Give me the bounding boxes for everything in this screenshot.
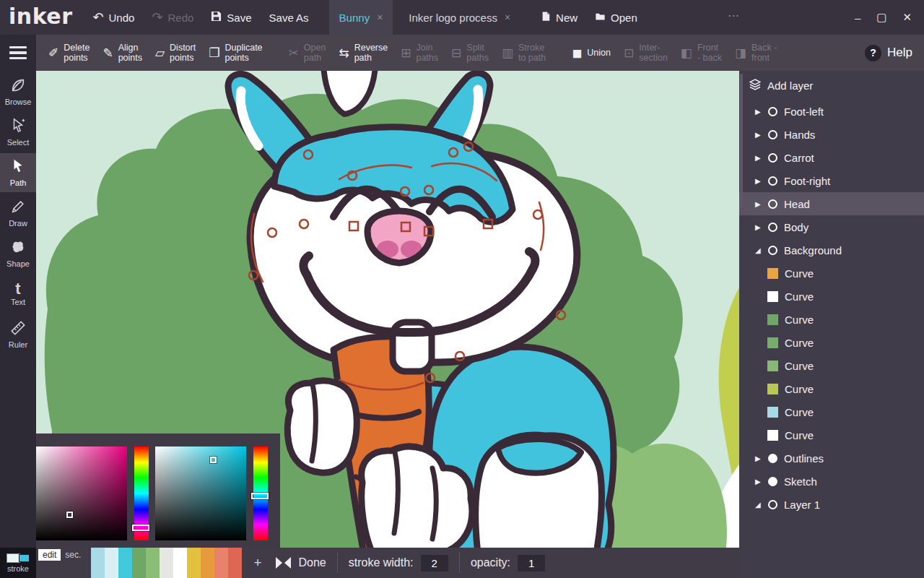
close-button[interactable]: ✕ — [894, 11, 920, 24]
tool-text[interactable]: t Text — [0, 275, 36, 314]
expand-icon[interactable]: ▶ — [755, 108, 766, 116]
expand-icon[interactable]: ▶ — [755, 177, 766, 185]
intersection-button[interactable]: ⊡ Inter-section — [617, 35, 674, 71]
help-label: Help — [887, 46, 912, 60]
layer-row-sketch[interactable]: ▶ Sketch — [739, 470, 924, 493]
join-paths-button[interactable]: ⊞ Joinpaths — [394, 35, 445, 71]
tool-path[interactable]: Path — [0, 153, 36, 192]
palette-swatch[interactable] — [146, 548, 160, 578]
back-front-button[interactable]: ◨ Back -front — [728, 35, 784, 71]
help-button[interactable]: ? Help — [865, 45, 912, 61]
tab-bunny[interactable]: Bunny × — [329, 0, 393, 35]
tab-edit-color[interactable]: edit — [38, 549, 61, 561]
front-back-icon: ◧ — [681, 47, 692, 59]
align-points-button[interactable]: ✎ Alignpoints — [96, 35, 149, 71]
layer-row-curve[interactable]: Curve — [739, 377, 924, 400]
edit-hue-slider[interactable] — [134, 447, 149, 540]
collapse-icon[interactable]: ◢ — [755, 246, 766, 254]
expand-icon[interactable]: ▶ — [755, 454, 766, 462]
layer-row-carrot[interactable]: ▶ Carrot — [739, 146, 924, 169]
palette-swatch[interactable] — [228, 548, 242, 578]
secondary-hue-marker[interactable] — [251, 493, 269, 499]
pencil-icon — [10, 199, 26, 217]
edit-color-marker[interactable] — [66, 512, 73, 518]
layer-row-curve[interactable]: Curve — [739, 400, 924, 423]
new-button[interactable]: New — [532, 0, 586, 35]
tab-bunny-close-icon[interactable]: × — [377, 12, 383, 23]
expand-icon[interactable]: ▶ — [755, 154, 766, 162]
expand-icon[interactable]: ▶ — [755, 223, 766, 231]
group-circle-icon — [768, 199, 777, 209]
secondary-hue-slider[interactable] — [253, 447, 268, 540]
palette-swatch[interactable] — [214, 548, 228, 578]
layers-scrollbar[interactable] — [740, 74, 743, 208]
layer-row-background[interactable]: ◢ Background — [739, 238, 924, 262]
tab-inker-logo-process-close-icon[interactable]: × — [505, 12, 510, 23]
layer-row-curve[interactable]: Curve — [739, 285, 924, 308]
palette-swatch[interactable] — [173, 548, 187, 578]
layer-row-curve[interactable]: Curve — [739, 308, 924, 331]
expand-icon[interactable]: ▶ — [755, 200, 766, 208]
add-swatch-button[interactable]: + — [249, 555, 266, 571]
front-back-button[interactable]: ◧ Front- back — [674, 35, 728, 71]
tab-secondary-color[interactable]: sec. — [61, 549, 85, 561]
reverse-path-button[interactable]: ⇆ Reversepath — [332, 35, 394, 71]
overflow-menu[interactable]: ⋯ — [728, 9, 739, 22]
stroke-width-value[interactable]: 2 — [421, 555, 448, 571]
tool-select[interactable]: Select — [0, 113, 36, 152]
done-button[interactable]: Done — [276, 556, 326, 569]
palette-swatch[interactable] — [187, 548, 201, 578]
layer-row-head[interactable]: ▶ Head — [739, 192, 924, 215]
layer-row-body[interactable]: ▶ Body — [739, 215, 924, 238]
palette-swatch[interactable] — [105, 548, 118, 578]
tab-inker-logo-process[interactable]: Inker logo process × — [398, 0, 520, 35]
minimize-button[interactable]: – — [847, 12, 868, 24]
layer-row-foot-left[interactable]: ▶ Foot-left — [739, 100, 924, 123]
duplicate-points-button[interactable]: ❐ Duplicatepoints — [202, 35, 269, 71]
distort-points-button[interactable]: ▱ Distortpoints — [149, 35, 202, 71]
collapse-icon[interactable]: ◢ — [755, 501, 766, 509]
tool-browse[interactable]: Browse — [0, 72, 36, 111]
layer-row-curve[interactable]: Curve — [739, 262, 924, 285]
palette-swatch[interactable] — [91, 548, 105, 578]
hamburger-menu-button[interactable] — [0, 35, 36, 71]
split-paths-button[interactable]: ⊟ Splitpaths — [445, 35, 495, 71]
layer-row-foot-right[interactable]: ▶ Foot-right — [739, 169, 924, 192]
undo-button[interactable]: ↶ Undo — [84, 0, 143, 35]
save-button[interactable]: Save — [202, 0, 260, 35]
layer-row-curve[interactable]: Curve — [739, 331, 924, 354]
tool-draw[interactable]: Draw — [0, 194, 36, 233]
maximize-button[interactable]: ▢ — [868, 11, 894, 24]
layer-row-curve[interactable]: Curve — [739, 354, 924, 377]
opacity-value[interactable]: 1 — [518, 555, 545, 571]
layer-row-curve[interactable]: Curve — [739, 423, 924, 447]
edit-color-field[interactable] — [36, 447, 127, 540]
delete-points-button[interactable]: ✐ Deletepoints — [42, 35, 96, 71]
palette-swatch[interactable] — [160, 548, 173, 578]
layer-row-hands[interactable]: ▶ Hands — [739, 123, 924, 146]
open-path-button[interactable]: ✂ Openpath — [282, 35, 333, 71]
secondary-color-marker[interactable] — [210, 457, 217, 463]
tool-ruler[interactable]: Ruler — [0, 315, 36, 354]
palette-swatch[interactable] — [201, 548, 214, 578]
leaf-icon — [10, 77, 26, 96]
layer-row-outlines[interactable]: ▶ Outlines — [739, 447, 924, 470]
expand-icon[interactable]: ▶ — [755, 478, 766, 486]
tool-shape[interactable]: Shape — [0, 234, 36, 273]
fill-stroke-indicator[interactable] — [6, 553, 30, 563]
add-layer-button[interactable]: Add layer — [739, 71, 924, 100]
help-icon: ? — [865, 45, 881, 61]
save-as-button[interactable]: Save As — [261, 0, 318, 35]
redo-button[interactable]: ↷ Redo — [143, 0, 202, 35]
union-button[interactable]: ◼ Union — [565, 35, 617, 71]
edit-hue-marker[interactable] — [132, 525, 149, 531]
palette-swatch[interactable] — [132, 548, 146, 578]
open-button[interactable]: Open — [586, 0, 646, 35]
redo-label: Redo — [167, 12, 193, 24]
palette-swatch[interactable] — [118, 548, 132, 578]
stroke-to-path-button[interactable]: ▥ Stroketo path — [495, 35, 552, 71]
expand-icon[interactable]: ▶ — [755, 131, 766, 139]
secondary-color-field[interactable] — [155, 447, 246, 540]
reverse-path-icon: ⇆ — [339, 47, 349, 59]
layer-row-layer-1[interactable]: ◢ Layer 1 — [739, 493, 924, 516]
